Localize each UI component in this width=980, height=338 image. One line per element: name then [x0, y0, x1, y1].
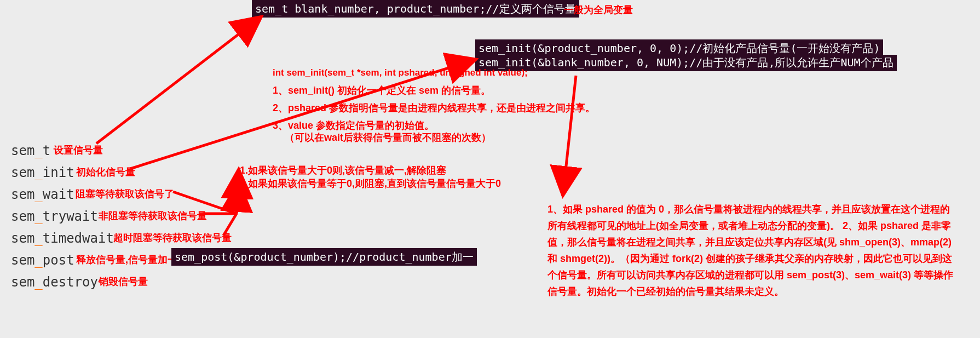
wait-rule-1: 1.如果该信号量大于0则,该信号量减一,解除阻塞 [240, 163, 446, 177]
api-sem-trywait: sem_trywait [11, 205, 98, 227]
proto-note-3b: （可以在wait后获得信号量而被不阻塞的次数） [285, 130, 491, 145]
api-sem-destroy: sem_destroy [11, 271, 98, 293]
proto-note-1: 1、sem_init() 初始化一个定义在 sem 的信号量。 [273, 83, 491, 98]
code-sem-init-2: sem_init(&blank_number, 0, NUM);//由于没有产品… [475, 55, 897, 71]
api-sem-timedwait: sem_timedwait [11, 227, 114, 249]
api-sem-t: sem_t [11, 140, 50, 162]
desc-sem-t: 设置信号量 [54, 144, 103, 157]
proto-sem-init: int sem_init(sem_t *sem, int pshared, un… [273, 66, 528, 80]
pshared-explanation: 1、如果 pshared 的值为 0，那么信号量将被进程内的线程共享，并且应该放… [547, 201, 958, 300]
desc-sem-wait: 阻塞等待获取该信号了 [76, 187, 174, 200]
api-sem-wait: sem_wait [11, 184, 74, 205]
svg-line-7 [563, 76, 576, 196]
api-sem-init: sem_init [11, 162, 74, 184]
desc-sem-trywait: 非阻塞等待获取该信号量 [99, 209, 207, 222]
code-sem-post: sem_post(&product_number);//product_numb… [171, 248, 477, 266]
svg-line-2 [237, 169, 239, 214]
desc-sem-destroy: 销毁信号量 [99, 275, 148, 288]
code-sem-t-decl: sem_t blank_number, product_number;//定义两… [252, 0, 579, 18]
desc-sem-post: 释放信号量,信号量加一 [76, 253, 177, 266]
note-global-var: 一般为全局变量 [564, 3, 633, 17]
proto-note-2: 2、pshared 参数指明信号量是由进程内线程共享，还是由进程之间共享。 [273, 101, 595, 115]
svg-line-3 [237, 182, 239, 214]
desc-sem-timedwait: 超时阻塞等待获取该信号量 [113, 231, 232, 244]
desc-sem-init: 初始化信号量 [76, 165, 135, 179]
wait-rule-2: 2.如果如果该信号量等于0,则阻塞,直到该信号量信号量大于0 [240, 176, 501, 191]
svg-line-0 [96, 16, 262, 144]
api-name: sem [11, 143, 34, 158]
api-sem-post: sem_post [11, 249, 74, 271]
